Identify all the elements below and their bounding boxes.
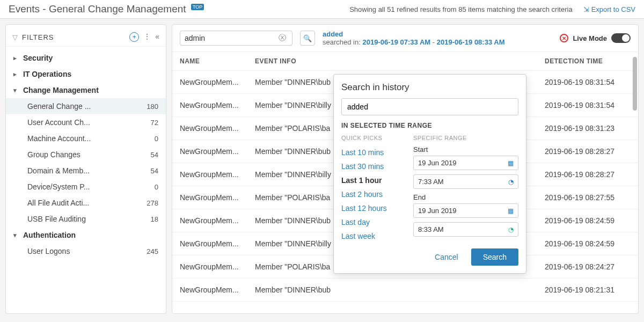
cell-time: 2019-06-19 08:24:27 (545, 262, 631, 271)
chevron-right-icon: ▸ (13, 55, 20, 62)
cell-time: 2019-06-19 08:21:31 (545, 286, 631, 294)
filter-item-machine-account[interactable]: Machine Account... 0 (6, 130, 166, 147)
filter-item-label: User Account Ch... (27, 118, 90, 127)
search-button[interactable]: 🔍 (300, 31, 315, 46)
start-time-input[interactable]: 7:33 AM◔ (413, 174, 518, 189)
start-date-value: 19 Jun 2019 (418, 159, 508, 167)
filter-item-label: Machine Account... (27, 134, 91, 143)
filter-item-count: 0 (155, 183, 158, 191)
filter-group-label: Change Management (23, 86, 99, 94)
start-time-value: 7:33 AM (418, 178, 508, 186)
clear-search-icon[interactable]: ⓧ (279, 33, 286, 43)
end-time-value: 8:33 AM (418, 225, 508, 233)
cell-time: 2019-06-19 08:31:54 (545, 101, 631, 109)
cell-info: Member "DINNER\bub (255, 286, 545, 294)
search-range-end[interactable]: 2019-06-19 08:33 AM (437, 38, 505, 46)
filter-item-domain-memb[interactable]: Domain & Memb... 54 (6, 163, 166, 179)
filter-item-label: Device/System P... (27, 182, 90, 191)
filter-item-file-audit[interactable]: All File Audit Acti... 278 (6, 195, 166, 211)
specific-range-column: SPECIFIC RANGE Start 19 Jun 2019▦ 7:33 A… (413, 135, 518, 243)
filter-group-label: Authentication (23, 231, 76, 239)
search-button[interactable]: Search (471, 248, 518, 266)
start-date-input[interactable]: 19 Jun 2019▦ (413, 156, 518, 170)
quick-pick-2hours[interactable]: Last 2 hours (341, 187, 406, 201)
search-box[interactable]: ⓧ (180, 31, 292, 46)
end-time-input[interactable]: 8:33 AM◔ (413, 222, 518, 237)
page-title-text: Events - General Change Management (9, 3, 186, 14)
filter-item-label: User Logons (27, 247, 70, 255)
quick-pick-1hour[interactable]: Last 1 hour (341, 173, 406, 187)
filter-item-label: Domain & Memb... (27, 166, 90, 175)
filter-group-change-management[interactable]: ▾ Change Management (6, 82, 166, 98)
end-date-input[interactable]: 19 Jun 2019▦ (413, 203, 518, 218)
cell-name: NewGroupMem... (180, 193, 255, 202)
filter-item-count: 245 (147, 247, 158, 255)
search-range-sep: - (433, 38, 435, 46)
add-filter-button[interactable]: + (129, 32, 139, 42)
history-search-input[interactable] (341, 98, 518, 115)
end-date-value: 19 Jun 2019 (418, 207, 508, 215)
chevron-right-icon: ▸ (13, 71, 20, 78)
cell-name: NewGroupMem... (180, 286, 255, 294)
top-bar: Events - General Change Management TOP S… (0, 0, 644, 19)
scrollbar[interactable] (633, 57, 637, 111)
table-row[interactable]: NewGroupMem...Member "DINNER\bub2019-06-… (172, 279, 638, 302)
filter-item-count: 18 (151, 215, 158, 223)
filter-item-label: All File Audit Acti... (27, 199, 89, 207)
export-csv-button[interactable]: ⇲ Export to CSV (583, 5, 635, 13)
quick-pick-lastweek[interactable]: Last week (341, 229, 406, 243)
search-bar-row: ⓧ 🔍 added searched in: 2019-06-19 07:33 … (172, 25, 638, 52)
col-header-time[interactable]: DETECTION TIME (545, 57, 631, 65)
filter-menu-button[interactable]: ⋮ (143, 32, 151, 42)
col-header-info[interactable]: EVENT INFO (255, 57, 545, 65)
filter-item-count: 54 (151, 167, 158, 175)
search-range-start[interactable]: 2019-06-19 07:33 AM (362, 38, 430, 46)
popover-title: Search in history (341, 82, 518, 93)
search-icon: 🔍 (303, 34, 312, 42)
search-term: added (323, 30, 552, 38)
popover-body: QUICK PICKS Last 10 mins Last 30 mins La… (341, 135, 518, 243)
export-icon: ⇲ (583, 5, 589, 13)
calendar-icon: ▦ (508, 207, 514, 215)
filter-group-label: IT Operations (23, 70, 71, 78)
cancel-button[interactable]: Cancel (427, 248, 466, 266)
filter-item-count: 72 (151, 119, 158, 127)
filter-group-security[interactable]: ▸ Security (6, 50, 166, 66)
quick-pick-lastday[interactable]: Last day (341, 215, 406, 229)
export-label: Export to CSV (591, 5, 635, 13)
filter-item-count: 0 (155, 135, 158, 143)
quick-pick-30min[interactable]: Last 30 mins (341, 159, 406, 173)
filters-header: ▽ FILTERS + ⋮ « (6, 28, 166, 47)
cell-name: NewGroupMem... (180, 147, 255, 156)
filter-group-it-operations[interactable]: ▸ IT Operations (6, 66, 166, 82)
filter-item-count: 278 (147, 199, 158, 207)
filters-title: FILTERS (22, 33, 54, 41)
filter-item-general-change[interactable]: General Change ... 180 (6, 98, 166, 114)
col-header-name[interactable]: NAME (180, 57, 255, 65)
cell-name: NewGroupMem... (180, 78, 255, 86)
filters-actions: + ⋮ « (129, 32, 159, 42)
collapse-sidebar-button[interactable]: « (155, 32, 159, 42)
filter-tree: ▸ Security ▸ IT Operations ▾ Change Mana… (6, 47, 166, 262)
end-label: End (413, 193, 518, 201)
filter-item-label: Group Changes (27, 150, 80, 159)
live-mode-toggle[interactable] (611, 33, 631, 43)
cell-time: 2019-06-19 08:31:23 (545, 124, 631, 133)
filter-group-authentication[interactable]: ▾ Authentication (6, 227, 166, 243)
filter-group-label: Security (23, 54, 53, 62)
close-icon[interactable]: ✕ (560, 34, 568, 42)
popover-actions: Cancel Search (341, 248, 518, 266)
filter-item-group-changes[interactable]: Group Changes 54 (6, 147, 166, 163)
search-input[interactable] (185, 34, 279, 42)
cell-time: 2019-06-19 08:31:54 (545, 78, 631, 86)
cell-name: NewGroupMem... (180, 262, 255, 271)
results-summary: Showing all 51 refined results from 85 i… (349, 5, 572, 13)
filter-item-usb-auditing[interactable]: USB File Auditing 18 (6, 211, 166, 227)
quick-pick-10min[interactable]: Last 10 mins (341, 145, 406, 159)
quick-pick-12hours[interactable]: Last 12 hours (341, 201, 406, 215)
filters-sidebar: ▽ FILTERS + ⋮ « ▸ Security ▸ IT Operatio… (5, 24, 166, 314)
filter-item-user-account[interactable]: User Account Ch... 72 (6, 114, 166, 130)
filter-item-device-system[interactable]: Device/System P... 0 (6, 179, 166, 195)
live-mode-control: ✕ Live Mode (560, 33, 631, 43)
filter-item-user-logons[interactable]: User Logons 245 (6, 243, 166, 259)
